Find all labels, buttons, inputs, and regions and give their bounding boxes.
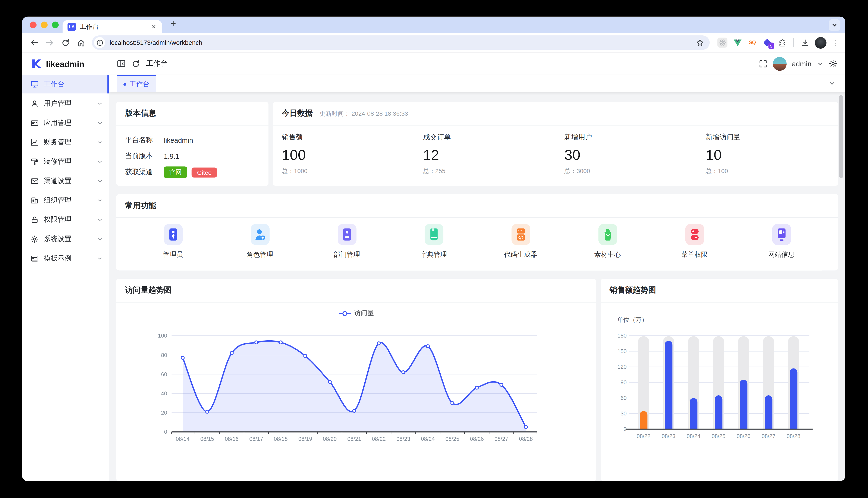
quick-item-角色管理[interactable]: 角色管理 xyxy=(216,224,303,260)
quick-item-label: 菜单权限 xyxy=(681,250,707,260)
stat-value: 10 xyxy=(706,147,838,163)
downloads-icon[interactable] xyxy=(800,38,810,48)
quick-item-部门管理[interactable]: 部门管理 xyxy=(303,224,390,260)
main-area: 工作台 admin xyxy=(109,52,845,481)
sidebar-item-7[interactable]: 权限管理 xyxy=(22,210,109,229)
sidebar-item-0[interactable]: 工作台 xyxy=(22,75,109,93)
header-right: admin xyxy=(759,57,838,70)
quick-item-素材中心[interactable]: 素材中心 xyxy=(564,224,651,260)
chevron-down-icon xyxy=(97,139,103,145)
tab-close-icon[interactable]: × xyxy=(150,23,157,30)
sidebar-collapse-icon[interactable] xyxy=(117,59,126,68)
quick-item-label: 管理员 xyxy=(163,250,183,260)
user-menu-chevron-icon[interactable] xyxy=(817,61,824,67)
new-tab-button[interactable]: + xyxy=(170,18,176,29)
quick-functions-card: 常用功能 管理员角色管理部门管理字典管理代码生成器素材中心菜单权限网站信息 xyxy=(116,194,838,271)
sidebar-item-label: 应用管理 xyxy=(44,118,92,127)
browser-toolbar: localhost:5173/admin/workbench SQ 5 xyxy=(22,33,845,53)
stat-新增用户: 新增用户30总：3000 xyxy=(556,133,697,175)
svg-text:08/28: 08/28 xyxy=(786,433,800,439)
visits-line-chart: 02040608010008/1408/1508/1608/1708/1808/… xyxy=(121,320,592,453)
browser-profile-avatar[interactable] xyxy=(815,37,826,48)
sidebar-item-6[interactable]: 组织管理 xyxy=(22,191,109,210)
svg-text:20: 20 xyxy=(161,410,167,416)
minimize-window-button[interactable] xyxy=(41,22,48,28)
page-tabs-chevron-icon[interactable] xyxy=(829,80,835,87)
sidebar-item-1[interactable]: 用户管理 xyxy=(22,94,109,113)
channel-button-官网[interactable]: 官网 xyxy=(164,167,187,178)
chart-legend[interactable]: 访问量 xyxy=(116,309,596,318)
svg-text:08/24: 08/24 xyxy=(421,436,435,442)
browser-tab[interactable]: LA 工作台 × xyxy=(63,20,162,33)
channel-button-Gitee[interactable]: Gitee xyxy=(192,167,217,177)
tab-search-chevron-icon[interactable] xyxy=(829,19,840,31)
quick-item-管理员[interactable]: 管理员 xyxy=(129,224,216,260)
sales-trend-card: 销售额趋势图 单位（万） 030609012015018008/2208/230… xyxy=(601,279,838,481)
browser-menu-icon[interactable]: ⋮ xyxy=(831,39,839,46)
svg-text:30: 30 xyxy=(620,410,626,417)
scrollbar-thumb[interactable] xyxy=(839,95,843,178)
svg-text:08/26: 08/26 xyxy=(736,433,750,439)
stat-label: 销售额 xyxy=(282,133,414,142)
fullscreen-icon[interactable] xyxy=(759,60,767,68)
site-info-icon-browser[interactable] xyxy=(94,37,105,48)
home-icon[interactable] xyxy=(74,36,87,49)
quick-item-代码生成器[interactable]: 代码生成器 xyxy=(477,224,564,260)
sq-extension-icon[interactable]: SQ xyxy=(747,38,757,48)
org-icon xyxy=(30,196,39,205)
sidebar-item-2[interactable]: 应用管理 xyxy=(22,113,109,132)
logo[interactable]: likeadmin xyxy=(22,52,109,75)
browser-window: LA 工作台 × + xyxy=(22,17,845,481)
channel-row: 获取渠道官网Gitee xyxy=(125,164,260,180)
url-text[interactable]: localhost:5173/admin/workbench xyxy=(110,39,696,46)
channel-label: 获取渠道 xyxy=(125,168,164,177)
site-info-icon xyxy=(772,224,791,245)
svg-text:60: 60 xyxy=(620,395,626,401)
stat-成交订单: 成交订单12总：255 xyxy=(414,133,556,175)
user-icon xyxy=(30,99,39,107)
bookmark-star-icon[interactable] xyxy=(696,38,704,47)
user-avatar[interactable] xyxy=(773,57,787,70)
chevron-down-icon xyxy=(97,158,103,165)
refresh-page-icon[interactable] xyxy=(132,60,140,68)
sidebar-item-label: 财务管理 xyxy=(44,137,92,147)
quick-item-菜单权限[interactable]: 菜单权限 xyxy=(651,224,738,260)
page-tabs-bar: 工作台 xyxy=(109,75,845,92)
decorate-icon xyxy=(30,157,39,166)
svg-text:08/27: 08/27 xyxy=(761,433,775,439)
vue-devtools-icon[interactable] xyxy=(732,38,742,48)
layout-settings-gear-icon[interactable] xyxy=(829,59,838,68)
url-bar[interactable]: localhost:5173/admin/workbench xyxy=(92,36,710,50)
sidebar-item-3[interactable]: 财务管理 xyxy=(22,133,109,152)
app-root: likeadmin 工作台用户管理应用管理财务管理装修管理渠道设置组织管理权限管… xyxy=(22,52,845,481)
logo-text: likeadmin xyxy=(46,59,84,68)
dictionary-icon xyxy=(424,224,443,245)
permission-icon xyxy=(30,215,39,224)
react-devtools-icon[interactable] xyxy=(717,38,727,48)
sidebar-item-5[interactable]: 渠道设置 xyxy=(22,171,109,190)
version-row-value: likeadmin xyxy=(164,136,193,144)
back-icon[interactable] xyxy=(28,36,41,49)
zoom-window-button[interactable] xyxy=(52,22,59,28)
sidebar-item-8[interactable]: 系统设置 xyxy=(22,230,109,248)
svg-text:08/20: 08/20 xyxy=(323,436,337,442)
page-tab-workbench[interactable]: 工作台 xyxy=(117,75,156,92)
today-stats: 销售额100总：1000成交订单12总：255新增用户30总：3000新增访问量… xyxy=(273,126,838,175)
close-window-button[interactable] xyxy=(30,22,37,28)
stat-label: 新增访问量 xyxy=(706,133,838,142)
sidebar-item-4[interactable]: 装修管理 xyxy=(22,152,109,171)
extensions-puzzle-icon[interactable] xyxy=(777,38,787,48)
svg-text:150: 150 xyxy=(617,348,626,354)
purple-diamond-extension-icon[interactable]: 5 xyxy=(762,38,772,48)
chevron-down-icon xyxy=(97,100,103,106)
username[interactable]: admin xyxy=(792,60,812,68)
quick-item-网站信息[interactable]: 网站信息 xyxy=(738,224,825,260)
reload-icon[interactable] xyxy=(59,36,72,49)
quick-card-title: 常用功能 xyxy=(125,201,156,211)
quick-item-字典管理[interactable]: 字典管理 xyxy=(390,224,477,260)
svg-text:08/14: 08/14 xyxy=(176,436,190,442)
svg-text:08/22: 08/22 xyxy=(372,436,386,442)
sidebar-item-9[interactable]: 模板示例 xyxy=(22,249,109,267)
template-icon xyxy=(30,254,39,262)
forward-icon[interactable] xyxy=(43,36,56,49)
